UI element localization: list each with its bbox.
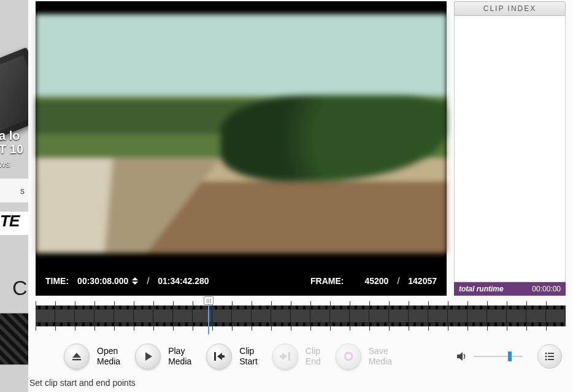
list-icon xyxy=(544,351,555,362)
bg-heading-letter: C xyxy=(12,276,28,300)
svg-rect-3 xyxy=(280,355,282,358)
frame-total: 142057 xyxy=(408,276,437,286)
time-separator: / xyxy=(147,276,149,286)
status-bar: Set clip start and end points xyxy=(28,374,573,388)
frame-current[interactable]: 45200 xyxy=(364,276,388,286)
player-info-bar: TIME: 00:30:08.000 / 01:34:42.280 FRAME:… xyxy=(36,266,447,296)
video-frame-image xyxy=(36,14,447,253)
playhead-grip-icon[interactable] xyxy=(204,296,213,305)
svg-point-6 xyxy=(545,353,547,355)
clip-start-button[interactable]: Clip Start xyxy=(206,344,258,369)
video-player: TIME: 00:30:08.000 / 01:34:42.280 FRAME:… xyxy=(36,1,447,296)
time-current[interactable]: 00:30:08.000 xyxy=(77,276,128,286)
svg-rect-0 xyxy=(72,359,81,360)
clip-index-list[interactable] xyxy=(454,16,566,282)
time-stepper[interactable] xyxy=(132,277,138,285)
svg-rect-11 xyxy=(548,359,554,360)
menu-button[interactable] xyxy=(537,344,562,369)
bg-block-b: TE xyxy=(0,212,28,235)
svg-rect-7 xyxy=(548,353,554,354)
svg-point-5 xyxy=(345,353,352,360)
clip-end-icon xyxy=(279,350,292,363)
playhead[interactable] xyxy=(209,296,209,344)
record-icon xyxy=(342,350,355,363)
bg-article-thumb xyxy=(0,313,28,365)
background-page-strip: a lo T 10 ws s TE C xyxy=(0,0,28,392)
frame-label: FRAME: xyxy=(310,276,344,286)
timeline-ticks-bottom xyxy=(36,326,566,332)
volume-control[interactable] xyxy=(455,350,523,363)
clip-index-panel: CLIP INDEX total runtime 00:00:00 xyxy=(454,1,566,296)
bg-text-1: a lo xyxy=(0,129,20,143)
eject-icon xyxy=(71,350,83,363)
video-editor: TIME: 00:30:08.000 / 01:34:42.280 FRAME:… xyxy=(28,0,573,392)
bg-text-3: ws xyxy=(0,158,10,169)
playhead-line xyxy=(208,305,209,334)
svg-rect-9 xyxy=(548,356,554,357)
bg-text-2: T 10 xyxy=(0,142,23,156)
volume-thumb[interactable] xyxy=(508,352,512,361)
clip-index-footer: total runtime 00:00:00 xyxy=(454,282,566,296)
svg-point-10 xyxy=(545,359,547,361)
time-total: 01:34:42.280 xyxy=(158,276,209,286)
svg-rect-1 xyxy=(214,352,216,361)
volume-slider[interactable] xyxy=(474,356,523,357)
bg-block-a: s xyxy=(0,178,28,202)
play-media-button[interactable]: Play Media xyxy=(135,344,191,369)
clip-end-button: Clip End xyxy=(272,344,321,369)
filmstrip[interactable] xyxy=(36,306,566,326)
runtime-value: 00:00:00 xyxy=(532,285,561,293)
toolbar: Open Media Play Media xyxy=(28,336,573,374)
svg-rect-2 xyxy=(222,355,225,358)
timeline-ticks-top xyxy=(36,299,566,306)
clip-index-header: CLIP INDEX xyxy=(454,1,566,16)
svg-point-8 xyxy=(545,356,547,358)
svg-rect-4 xyxy=(288,352,290,361)
frame-separator: / xyxy=(397,276,399,286)
open-media-button[interactable]: Open Media xyxy=(64,344,120,369)
play-icon xyxy=(142,350,154,363)
runtime-label: total runtime xyxy=(459,285,504,293)
time-label: TIME: xyxy=(45,276,69,286)
timeline[interactable] xyxy=(28,299,573,336)
video-viewport[interactable] xyxy=(36,1,447,266)
clip-start-icon xyxy=(212,350,226,363)
volume-icon xyxy=(455,350,467,363)
save-media-button: Save Media xyxy=(336,344,392,369)
